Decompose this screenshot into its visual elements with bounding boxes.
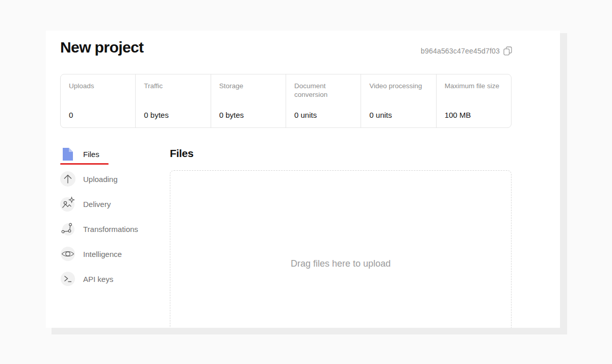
sidebar-item-label: Files bbox=[83, 150, 99, 159]
stat-value: 0 units bbox=[294, 111, 353, 119]
sidebar-item-label: Delivery bbox=[83, 200, 111, 209]
image-sparkle-icon bbox=[60, 196, 75, 212]
stat-label: Uploads bbox=[69, 82, 128, 90]
active-tab-underline bbox=[60, 163, 109, 165]
stat-value: 0 units bbox=[369, 111, 428, 119]
stat-value: 100 MB bbox=[445, 111, 504, 119]
stat-document-conversion: Document conversion 0 units bbox=[286, 74, 361, 127]
project-page-card: New project b964a563c47ee45d7f03 Uploads… bbox=[46, 31, 560, 328]
stat-label: Document conversion bbox=[294, 82, 353, 99]
upload-arrow-icon bbox=[60, 171, 75, 187]
copy-icon[interactable] bbox=[503, 46, 512, 56]
eye-icon bbox=[60, 246, 75, 262]
sidebar-item-label: API keys bbox=[83, 275, 113, 283]
sidebar-item-uploading[interactable]: Uploading bbox=[60, 171, 162, 187]
terminal-icon bbox=[60, 271, 75, 287]
sidebar: Files Uploading Delivery bbox=[60, 146, 162, 296]
sidebar-item-api-keys[interactable]: API keys bbox=[60, 271, 162, 287]
vertical-scrollbar[interactable] bbox=[560, 33, 567, 334]
main-panel: Files Drag files here to upload bbox=[170, 146, 512, 328]
stat-value: 0 bytes bbox=[219, 111, 278, 119]
stats-bar: Uploads 0 Traffic 0 bytes Storage 0 byte… bbox=[60, 74, 512, 128]
stat-uploads: Uploads 0 bbox=[61, 74, 136, 127]
nodes-icon bbox=[60, 221, 75, 237]
project-id-value: b964a563c47ee45d7f03 bbox=[421, 47, 500, 55]
stat-traffic: Traffic 0 bytes bbox=[136, 74, 211, 127]
horizontal-scrollbar[interactable] bbox=[52, 328, 567, 334]
sidebar-item-label: Uploading bbox=[83, 175, 118, 184]
stat-video-processing: Video processing 0 units bbox=[361, 74, 436, 127]
sidebar-item-intelligence[interactable]: Intelligence bbox=[60, 246, 162, 262]
sidebar-item-delivery[interactable]: Delivery bbox=[60, 196, 162, 212]
stat-value: 0 bbox=[69, 111, 128, 119]
stat-label: Storage bbox=[219, 82, 278, 90]
stat-label: Traffic bbox=[144, 82, 203, 90]
stat-label: Maximum file size bbox=[445, 82, 504, 90]
project-id: b964a563c47ee45d7f03 bbox=[421, 46, 512, 56]
stat-max-file-size: Maximum file size 100 MB bbox=[437, 74, 511, 127]
sidebar-item-label: Transformations bbox=[83, 225, 138, 233]
page-title: New project bbox=[60, 39, 143, 56]
sidebar-item-files[interactable]: Files bbox=[60, 146, 162, 162]
stat-value: 0 bytes bbox=[144, 111, 203, 119]
stat-storage: Storage 0 bytes bbox=[211, 74, 286, 127]
files-section-heading: Files bbox=[170, 146, 512, 161]
sidebar-item-transformations[interactable]: Transformations bbox=[60, 221, 162, 237]
file-icon bbox=[60, 146, 75, 162]
file-dropzone[interactable]: Drag files here to upload bbox=[170, 170, 512, 328]
dropzone-text: Drag files here to upload bbox=[291, 258, 391, 269]
sidebar-item-label: Intelligence bbox=[83, 250, 122, 258]
stat-label: Video processing bbox=[369, 82, 428, 90]
